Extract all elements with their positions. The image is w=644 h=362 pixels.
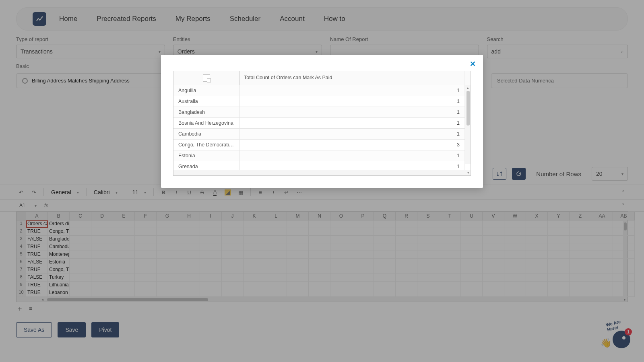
pivot-value: 1 bbox=[240, 107, 465, 117]
pivot-value: 1 bbox=[240, 96, 465, 107]
pivot-row[interactable]: Grenada1 bbox=[173, 161, 471, 170]
pivot-category: Congo, The Democratic Re… bbox=[173, 140, 240, 150]
pivot-table: Total Count of Orders can Mark As Paid ▴… bbox=[173, 71, 471, 176]
pivot-vertical-scrollbar[interactable]: ▴ bbox=[465, 85, 471, 164]
pivot-row[interactable]: Bangladesh1 bbox=[173, 107, 471, 118]
pivot-value: 1 bbox=[240, 118, 465, 128]
pivot-row[interactable]: Australia1 bbox=[173, 96, 471, 107]
pivot-value: 1 bbox=[240, 161, 465, 170]
pivot-value: 1 bbox=[240, 85, 465, 96]
pivot-column-header: Total Count of Orders can Mark As Paid bbox=[240, 71, 465, 85]
pivot-category: Australia bbox=[173, 96, 240, 107]
pivot-value: 1 bbox=[240, 150, 465, 161]
close-icon[interactable]: ✕ bbox=[470, 60, 476, 68]
pivot-row[interactable]: Congo, The Democratic Re…3 bbox=[173, 140, 471, 150]
pivot-row[interactable]: Bosnia And Herzegovina1 bbox=[173, 118, 471, 129]
modal-overlay[interactable]: ✕ Total Count of Orders can Mark As Paid… bbox=[0, 0, 644, 362]
pivot-modal: ✕ Total Count of Orders can Mark As Paid… bbox=[161, 55, 483, 188]
pivot-horizontal-scrollbar[interactable]: ▾ bbox=[173, 170, 471, 175]
pivot-row[interactable]: Cambodia1 bbox=[173, 129, 471, 140]
pivot-category: Grenada bbox=[173, 161, 240, 170]
pivot-category: Bangladesh bbox=[173, 107, 240, 117]
pivot-category: Anguilla bbox=[173, 85, 240, 96]
pivot-category: Cambodia bbox=[173, 129, 240, 139]
pivot-category: Bosnia And Herzegovina bbox=[173, 118, 240, 128]
pivot-category: Estonia bbox=[173, 150, 240, 161]
pivot-config-icon[interactable] bbox=[173, 71, 240, 85]
pivot-value: 1 bbox=[240, 129, 465, 139]
pivot-row[interactable]: Estonia1 bbox=[173, 150, 471, 161]
pivot-value: 3 bbox=[240, 140, 465, 150]
pivot-row[interactable]: Anguilla1 bbox=[173, 85, 471, 96]
